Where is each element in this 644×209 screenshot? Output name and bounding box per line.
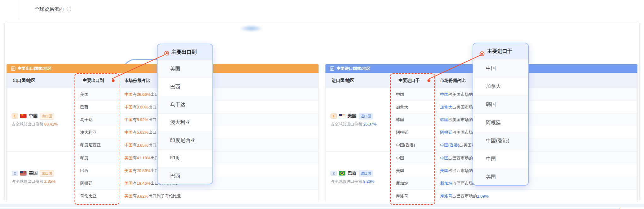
col-exporter: 出口国/地区 xyxy=(7,73,75,88)
col-export-to: 主要出口到 xyxy=(75,73,120,88)
import-popup-items: 中国加拿大韩国阿根廷中国(香港)中国美国 xyxy=(473,59,528,186)
country-cell: 1中国出口国占全球总出口份额 83.41% xyxy=(7,88,75,151)
partner-cell: 阿根廷 xyxy=(391,126,435,138)
popup-item[interactable]: 印度尼西亚 xyxy=(158,132,212,149)
share-text-part: 有 xyxy=(133,130,137,135)
share-cell: 中国占美国市场的 xyxy=(435,88,637,101)
share-cell: 韩国占美国市场的 xyxy=(435,114,637,126)
popup-item[interactable]: 美国 xyxy=(158,60,212,78)
country-tag: 进口国 xyxy=(359,113,373,120)
share-text-part: 有 xyxy=(133,142,137,148)
share-text-part: 有 xyxy=(133,92,137,97)
share-text-part: 出口到了哥伦比亚 xyxy=(148,193,181,199)
share-text-part: 3.65% xyxy=(137,143,148,148)
export-popup-items: 美国巴西乌干达澳大利亚印度尼西亚印度巴西 xyxy=(158,60,212,184)
share-cell: 加拿大占美国市场的 xyxy=(435,101,637,113)
country-name: 美国 xyxy=(348,113,356,119)
popup-item[interactable]: 美国 xyxy=(473,168,528,186)
share-text-part: 有 xyxy=(133,193,137,199)
share-cell: 摩洛哥占巴西市场的 1.09% xyxy=(435,190,637,202)
share-text-part: 8.82% xyxy=(137,194,148,199)
watermark-smudge xyxy=(237,24,272,32)
share-text-part: 有 xyxy=(133,168,137,174)
share-text-part: 19.46% xyxy=(137,181,151,186)
share-text-part: 中国 xyxy=(440,92,448,97)
share-cell: 中国有 5.92% 出口到了乌干达 xyxy=(120,114,319,126)
col-import-from: 主要进口于 xyxy=(391,73,435,88)
share-cell: 新加坡占巴西市场的 xyxy=(435,177,637,189)
import-table-title: 主要进口国家/地区 xyxy=(337,66,371,71)
popup-item[interactable]: 中国(香港) xyxy=(473,132,528,150)
share-text-part: 中国 xyxy=(124,130,133,135)
share-text-part: 韩国 xyxy=(440,117,448,123)
global-share-value: 8.26% xyxy=(363,179,374,184)
share-text-part: 8.60% xyxy=(137,105,148,109)
share-text-part: 中国 xyxy=(124,117,133,123)
annotation-dot-export xyxy=(112,79,115,82)
share-text-part: 中国 xyxy=(124,104,133,110)
popup-item[interactable]: 中国 xyxy=(473,150,528,168)
share-text-part: 摩洛哥 xyxy=(440,193,452,199)
rank-badge: 1 xyxy=(331,114,337,119)
export-destinations-popup: 主要出口到 美国巴西乌干达澳大利亚印度尼西亚印度巴西 xyxy=(157,44,213,184)
popup-item[interactable]: 巴西 xyxy=(158,78,212,95)
popup-item[interactable]: 韩国 xyxy=(473,95,528,114)
flag-br-icon xyxy=(339,171,345,175)
import-sources-popup: 主要进口于 中国加拿大韩国阿根廷中国(香港)中国美国 xyxy=(473,43,529,186)
share-text-part: 美国 xyxy=(124,181,133,186)
popup-item[interactable]: 阿根廷 xyxy=(473,114,528,132)
share-text-part: 29.66% xyxy=(137,92,151,97)
share-text-part: 阿根廷 xyxy=(440,130,452,135)
global-share-label: 占全球总进口份额 xyxy=(331,122,363,126)
share-text-part: 中国 xyxy=(440,155,448,161)
country-name: 巴西 xyxy=(348,170,356,176)
rank-badge: 2 xyxy=(331,171,337,176)
global-share: 占全球总出口份额 2.35% xyxy=(12,179,75,184)
bottom-band xyxy=(0,204,644,207)
share-text-part: 占美国市场的 xyxy=(448,92,473,97)
page-title: 全球贸易流向 xyxy=(35,6,64,12)
popup-item[interactable]: 澳大利亚 xyxy=(158,114,212,131)
country-line: 1中国出口国 xyxy=(12,113,75,120)
table-row: 摩洛哥摩洛哥占巴西市场的 1.09% xyxy=(391,190,637,202)
popup-item[interactable]: 印度 xyxy=(158,149,212,167)
flag-us-icon xyxy=(20,171,27,175)
partner-cell: 加拿大 xyxy=(391,101,435,113)
page-header: 全球贸易流向 ⓘ xyxy=(35,6,71,12)
share-text-part: 有 xyxy=(133,104,137,110)
country-tag: 出口国 xyxy=(40,113,54,120)
import-popup-title: 主要进口于 xyxy=(473,43,528,59)
popup-item[interactable]: 加拿大 xyxy=(473,77,528,95)
partner-cell: 新加坡 xyxy=(391,177,435,189)
country-name: 中国 xyxy=(29,113,38,119)
flag-cn-icon xyxy=(20,114,27,118)
partner-cell: 韩国 xyxy=(391,114,435,126)
share-text-part: 占美国市场的 xyxy=(448,117,473,123)
country-cell: 2美国出口国占全球总出口份额 2.35% xyxy=(7,152,75,202)
share-text-part: 中国(香港) xyxy=(440,142,459,148)
partner-cell: 澳大利亚 xyxy=(75,126,120,138)
col-export-to-label: 主要出口到 xyxy=(83,78,104,83)
share-cell: 美国有 8.82% 出口到了哥伦比亚 xyxy=(120,190,319,202)
col-market-share: 市场份额占比 xyxy=(120,73,319,88)
rank-badge: 2 xyxy=(12,171,18,176)
popup-item[interactable]: 巴西 xyxy=(158,167,212,184)
share-cell: 中国(香港)占美国市 xyxy=(435,139,637,151)
info-icon[interactable]: ⓘ xyxy=(67,7,71,12)
share-cell: 美国占巴西市场的 xyxy=(435,164,637,177)
share-text-part: 加拿大 xyxy=(440,104,452,110)
country-cell: 1美国进口国占全球总进口份额 26.07% xyxy=(325,88,391,151)
partner-cell: 美国 xyxy=(391,164,435,177)
table-row: 哥伦比亚美国有 8.82% 出口到了哥伦比亚 xyxy=(75,190,319,202)
popup-item[interactable]: 乌干达 xyxy=(158,96,212,114)
share-text-part: 1.09% xyxy=(477,194,489,199)
share-text-part: 中国 xyxy=(124,92,133,97)
partner-cell: 中国 xyxy=(391,152,435,164)
share-text-part: 5.62% xyxy=(137,130,148,135)
rank-badge: 1 xyxy=(12,114,18,119)
partner-cell: 印度 xyxy=(75,152,120,164)
share-text-part: 41.18% xyxy=(137,156,151,160)
popup-item[interactable]: 中国 xyxy=(473,59,528,77)
share-cell: 中国占巴西市场的 xyxy=(435,152,637,164)
global-share-value: 2.35% xyxy=(44,179,55,184)
